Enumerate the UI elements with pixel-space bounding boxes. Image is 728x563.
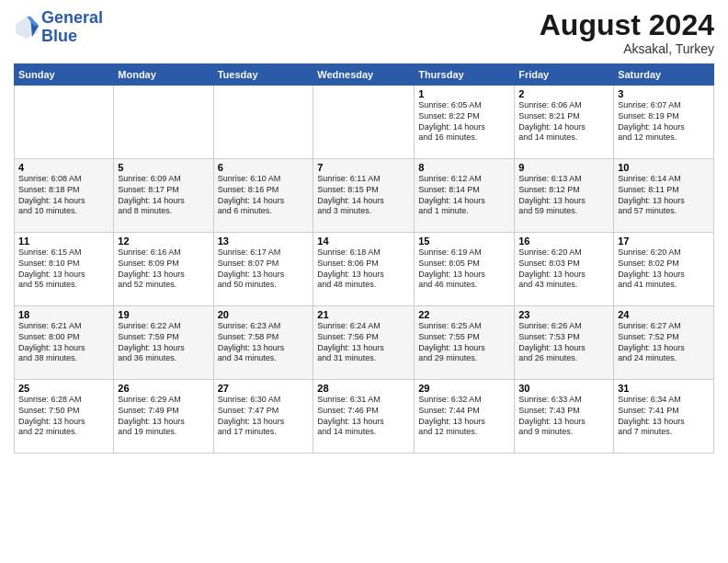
day-number: 1 xyxy=(418,88,510,99)
header: General Blue August 2024 Aksakal, Turkey xyxy=(14,9,714,56)
calendar-cell-w0-d0 xyxy=(15,86,114,159)
calendar-cell-w3-d4: 22Sunrise: 6:25 AM Sunset: 7:55 PM Dayli… xyxy=(415,306,515,380)
day-number: 3 xyxy=(618,88,710,99)
week-row-3: 18Sunrise: 6:21 AM Sunset: 8:00 PM Dayli… xyxy=(15,306,714,380)
day-info: Sunrise: 6:32 AM Sunset: 7:44 PM Dayligh… xyxy=(418,395,510,438)
day-number: 7 xyxy=(317,162,410,173)
calendar-cell-w1-d0: 4Sunrise: 6:08 AM Sunset: 8:18 PM Daylig… xyxy=(15,159,114,233)
calendar-header-row: Sunday Monday Tuesday Wednesday Thursday… xyxy=(15,64,714,86)
day-number: 9 xyxy=(518,162,609,173)
day-number: 2 xyxy=(518,88,609,99)
calendar-cell-w4-d2: 27Sunrise: 6:30 AM Sunset: 7:47 PM Dayli… xyxy=(213,380,313,454)
day-number: 16 xyxy=(518,236,609,247)
day-info: Sunrise: 6:05 AM Sunset: 8:22 PM Dayligh… xyxy=(418,100,510,144)
week-row-2: 11Sunrise: 6:15 AM Sunset: 8:10 PM Dayli… xyxy=(15,233,714,306)
day-info: Sunrise: 6:08 AM Sunset: 8:18 PM Dayligh… xyxy=(18,174,109,217)
day-number: 15 xyxy=(418,236,510,247)
calendar-cell-w2-d3: 14Sunrise: 6:18 AM Sunset: 8:06 PM Dayli… xyxy=(313,233,415,306)
day-info: Sunrise: 6:18 AM Sunset: 8:06 PM Dayligh… xyxy=(317,247,410,291)
calendar-cell-w2-d6: 17Sunrise: 6:20 AM Sunset: 8:02 PM Dayli… xyxy=(614,233,714,306)
calendar-cell-w3-d2: 20Sunrise: 6:23 AM Sunset: 7:58 PM Dayli… xyxy=(213,306,313,380)
page: General Blue August 2024 Aksakal, Turkey… xyxy=(0,0,728,563)
month-title: August 2024 xyxy=(540,9,714,41)
calendar-cell-w0-d4: 1Sunrise: 6:05 AM Sunset: 8:22 PM Daylig… xyxy=(415,86,515,159)
calendar-cell-w4-d4: 29Sunrise: 6:32 AM Sunset: 7:44 PM Dayli… xyxy=(415,380,515,454)
day-info: Sunrise: 6:24 AM Sunset: 7:56 PM Dayligh… xyxy=(317,321,410,364)
day-number: 4 xyxy=(18,162,109,173)
day-info: Sunrise: 6:27 AM Sunset: 7:52 PM Dayligh… xyxy=(618,321,710,364)
title-block: August 2024 Aksakal, Turkey xyxy=(540,9,714,56)
day-number: 25 xyxy=(18,383,109,394)
col-thursday: Thursday xyxy=(415,64,515,86)
day-info: Sunrise: 6:31 AM Sunset: 7:46 PM Dayligh… xyxy=(317,395,410,438)
day-info: Sunrise: 6:12 AM Sunset: 8:14 PM Dayligh… xyxy=(418,174,510,217)
col-saturday: Saturday xyxy=(614,64,714,86)
day-number: 5 xyxy=(118,162,209,173)
calendar-cell-w1-d6: 10Sunrise: 6:14 AM Sunset: 8:11 PM Dayli… xyxy=(614,159,714,233)
day-info: Sunrise: 6:17 AM Sunset: 8:07 PM Dayligh… xyxy=(218,247,310,291)
day-number: 11 xyxy=(18,236,109,247)
calendar-cell-w2-d1: 12Sunrise: 6:16 AM Sunset: 8:09 PM Dayli… xyxy=(114,233,213,306)
day-number: 30 xyxy=(518,383,609,394)
calendar-cell-w3-d5: 23Sunrise: 6:26 AM Sunset: 7:53 PM Dayli… xyxy=(515,306,614,380)
calendar-cell-w0-d5: 2Sunrise: 6:06 AM Sunset: 8:21 PM Daylig… xyxy=(515,86,614,159)
day-info: Sunrise: 6:20 AM Sunset: 8:02 PM Dayligh… xyxy=(618,247,710,291)
day-info: Sunrise: 6:09 AM Sunset: 8:17 PM Dayligh… xyxy=(118,174,209,217)
day-info: Sunrise: 6:23 AM Sunset: 7:58 PM Dayligh… xyxy=(218,321,310,364)
day-number: 18 xyxy=(18,309,109,320)
col-friday: Friday xyxy=(515,64,614,86)
day-number: 28 xyxy=(317,383,410,394)
day-number: 27 xyxy=(218,383,310,394)
calendar-cell-w1-d2: 6Sunrise: 6:10 AM Sunset: 8:16 PM Daylig… xyxy=(213,159,313,233)
day-number: 8 xyxy=(418,162,510,173)
calendar-cell-w0-d3 xyxy=(313,86,415,159)
day-info: Sunrise: 6:19 AM Sunset: 8:05 PM Dayligh… xyxy=(418,247,510,291)
calendar-cell-w1-d4: 8Sunrise: 6:12 AM Sunset: 8:14 PM Daylig… xyxy=(415,159,515,233)
day-number: 22 xyxy=(418,309,510,320)
day-number: 23 xyxy=(518,309,609,320)
calendar-cell-w2-d0: 11Sunrise: 6:15 AM Sunset: 8:10 PM Dayli… xyxy=(15,233,114,306)
week-row-1: 4Sunrise: 6:08 AM Sunset: 8:18 PM Daylig… xyxy=(15,159,714,233)
day-number: 21 xyxy=(317,309,410,320)
calendar-cell-w1-d3: 7Sunrise: 6:11 AM Sunset: 8:15 PM Daylig… xyxy=(313,159,415,233)
day-number: 26 xyxy=(118,383,209,394)
day-info: Sunrise: 6:28 AM Sunset: 7:50 PM Dayligh… xyxy=(18,395,109,438)
day-number: 14 xyxy=(317,236,410,247)
day-number: 29 xyxy=(418,383,510,394)
day-info: Sunrise: 6:15 AM Sunset: 8:10 PM Dayligh… xyxy=(18,247,109,291)
day-info: Sunrise: 6:20 AM Sunset: 8:03 PM Dayligh… xyxy=(518,247,609,291)
location: Aksakal, Turkey xyxy=(540,41,714,56)
calendar-cell-w3-d0: 18Sunrise: 6:21 AM Sunset: 8:00 PM Dayli… xyxy=(15,306,114,380)
calendar-cell-w3-d3: 21Sunrise: 6:24 AM Sunset: 7:56 PM Dayli… xyxy=(313,306,415,380)
calendar-cell-w0-d6: 3Sunrise: 6:07 AM Sunset: 8:19 PM Daylig… xyxy=(614,86,714,159)
day-number: 31 xyxy=(618,383,710,394)
calendar-cell-w0-d2 xyxy=(213,86,313,159)
calendar-cell-w4-d1: 26Sunrise: 6:29 AM Sunset: 7:49 PM Dayli… xyxy=(114,380,213,454)
col-monday: Monday xyxy=(114,64,213,86)
logo: General Blue xyxy=(14,9,103,46)
day-info: Sunrise: 6:14 AM Sunset: 8:11 PM Dayligh… xyxy=(618,174,710,217)
day-info: Sunrise: 6:22 AM Sunset: 7:59 PM Dayligh… xyxy=(118,321,209,364)
calendar-cell-w3-d1: 19Sunrise: 6:22 AM Sunset: 7:59 PM Dayli… xyxy=(114,306,213,380)
day-info: Sunrise: 6:34 AM Sunset: 7:41 PM Dayligh… xyxy=(618,395,710,438)
day-number: 13 xyxy=(218,236,310,247)
day-info: Sunrise: 6:06 AM Sunset: 8:21 PM Dayligh… xyxy=(518,100,609,144)
week-row-4: 25Sunrise: 6:28 AM Sunset: 7:50 PM Dayli… xyxy=(15,380,714,454)
day-info: Sunrise: 6:11 AM Sunset: 8:15 PM Dayligh… xyxy=(317,174,410,217)
day-info: Sunrise: 6:33 AM Sunset: 7:43 PM Dayligh… xyxy=(518,395,609,438)
day-number: 24 xyxy=(618,309,710,320)
day-number: 10 xyxy=(618,162,710,173)
day-info: Sunrise: 6:30 AM Sunset: 7:47 PM Dayligh… xyxy=(218,395,310,438)
day-info: Sunrise: 6:07 AM Sunset: 8:19 PM Dayligh… xyxy=(618,100,710,144)
day-info: Sunrise: 6:25 AM Sunset: 7:55 PM Dayligh… xyxy=(418,321,510,364)
day-number: 19 xyxy=(118,309,209,320)
calendar-cell-w2-d5: 16Sunrise: 6:20 AM Sunset: 8:03 PM Dayli… xyxy=(515,233,614,306)
calendar-cell-w4-d0: 25Sunrise: 6:28 AM Sunset: 7:50 PM Dayli… xyxy=(15,380,114,454)
day-number: 17 xyxy=(618,236,710,247)
calendar-cell-w1-d1: 5Sunrise: 6:09 AM Sunset: 8:17 PM Daylig… xyxy=(114,159,213,233)
logo-text: General Blue xyxy=(41,9,103,46)
calendar-cell-w0-d1 xyxy=(114,86,213,159)
calendar-cell-w2-d2: 13Sunrise: 6:17 AM Sunset: 8:07 PM Dayli… xyxy=(213,233,313,306)
col-tuesday: Tuesday xyxy=(213,64,313,86)
calendar-cell-w1-d5: 9Sunrise: 6:13 AM Sunset: 8:12 PM Daylig… xyxy=(515,159,614,233)
